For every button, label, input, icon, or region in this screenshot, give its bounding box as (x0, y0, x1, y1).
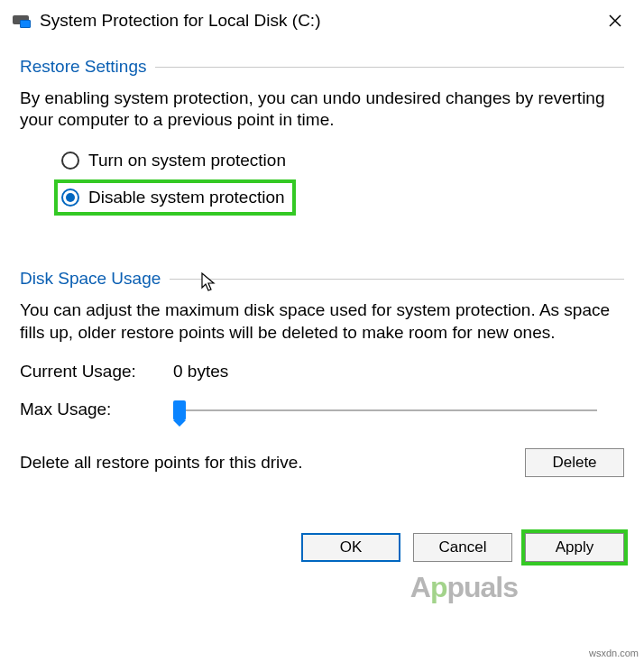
radio-checked-icon (61, 188, 79, 207)
source-attribution: wsxdn.com (589, 648, 639, 658)
titlebar: System Protection for Local Disk (C:) (0, 0, 644, 40)
close-icon (608, 14, 622, 28)
current-usage-label: Current Usage: (20, 361, 173, 383)
disable-protection-radio[interactable]: Disable system protection (56, 181, 294, 215)
disk-space-legend: Disk Space Usage (20, 268, 170, 290)
turn-on-protection-radio[interactable]: Turn on system protection (56, 144, 624, 178)
slider-track (173, 409, 597, 411)
dialog-footer: OK Cancel Apply (0, 533, 644, 576)
restore-settings-group-header: Restore Settings (20, 56, 624, 78)
delete-button[interactable]: Delete (525, 448, 624, 477)
window-title: System Protection for Local Disk (C:) (40, 11, 595, 31)
disable-protection-label: Disable system protection (88, 187, 285, 209)
cancel-button[interactable]: Cancel (413, 533, 512, 562)
max-usage-slider[interactable] (173, 409, 624, 411)
radio-unchecked-icon (61, 152, 79, 170)
delete-description: Delete all restore points for this drive… (20, 452, 507, 474)
slider-thumb[interactable] (173, 400, 186, 420)
max-usage-row: Max Usage: (20, 399, 624, 421)
restore-settings-legend: Restore Settings (20, 56, 155, 78)
drive-protection-icon (13, 14, 31, 28)
ok-button[interactable]: OK (301, 533, 400, 562)
dialog-content: Restore Settings By enabling system prot… (0, 40, 644, 477)
delete-restore-points-row: Delete all restore points for this drive… (20, 448, 624, 477)
disk-space-description: You can adjust the maximum disk space us… (20, 299, 624, 344)
protection-radio-group: Turn on system protection Disable system… (56, 144, 624, 214)
separator (170, 279, 624, 280)
current-usage-row: Current Usage: 0 bytes (20, 361, 624, 383)
turn-on-protection-label: Turn on system protection (88, 150, 286, 172)
restore-settings-description: By enabling system protection, you can u… (20, 87, 624, 132)
close-button[interactable] (595, 6, 635, 35)
cursor-icon (200, 271, 218, 293)
max-usage-label: Max Usage: (20, 399, 173, 421)
current-usage-value: 0 bytes (173, 361, 228, 383)
disk-space-group-header: Disk Space Usage (20, 268, 624, 290)
apply-button[interactable]: Apply (525, 533, 624, 562)
separator (155, 67, 624, 68)
